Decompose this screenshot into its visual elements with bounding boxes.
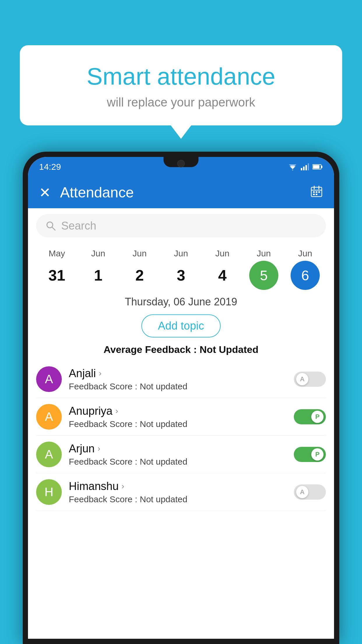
- student-name-text: Anjali: [69, 367, 96, 380]
- battery-icon: [312, 164, 323, 170]
- date-month-label: Jun: [298, 249, 312, 258]
- student-info: Anupriya›Feedback Score : Not updated: [69, 405, 294, 429]
- date-strip: May31Jun1Jun2Jun3Jun4Jun5Jun6: [28, 243, 334, 290]
- app-bar: ✕ Attendance: [28, 177, 334, 208]
- feedback-label: Feedback Score :: [69, 419, 140, 429]
- search-bar[interactable]: Search: [36, 214, 326, 237]
- date-column[interactable]: Jun1: [82, 249, 114, 290]
- student-name-text: Himanshu: [69, 480, 119, 493]
- date-column[interactable]: Jun4: [206, 249, 238, 290]
- chevron-right-icon: ›: [115, 406, 118, 416]
- phone-camera: [177, 160, 185, 167]
- search-input[interactable]: Search: [61, 220, 96, 232]
- student-info: Anjali›Feedback Score : Not updated: [69, 367, 294, 391]
- date-number[interactable]: 6: [291, 261, 320, 290]
- speech-bubble: Smart attendance will replace your paper…: [20, 45, 342, 125]
- student-avatar: H: [36, 479, 62, 505]
- svg-rect-9: [313, 165, 319, 169]
- svg-rect-4: [303, 167, 305, 170]
- date-number[interactable]: 2: [125, 261, 154, 290]
- date-number[interactable]: 4: [208, 261, 237, 290]
- feedback-label: Feedback Score :: [69, 382, 140, 391]
- close-button[interactable]: ✕: [39, 184, 51, 201]
- attendance-toggle[interactable]: A: [294, 484, 326, 500]
- search-icon: [45, 220, 56, 231]
- status-time: 14:29: [39, 162, 61, 172]
- student-item: HHimanshu›Feedback Score : Not updatedA: [36, 473, 326, 511]
- feedback-value: Not updated: [140, 419, 187, 429]
- student-list: AAnjali›Feedback Score : Not updatedAAAn…: [28, 360, 334, 511]
- toggle-container[interactable]: P: [294, 447, 326, 462]
- add-topic-button[interactable]: Add topic: [141, 314, 221, 337]
- student-info: Himanshu›Feedback Score : Not updated: [69, 480, 294, 504]
- svg-rect-18: [316, 194, 317, 195]
- speech-bubble-subtitle: will replace your paperwork: [34, 95, 328, 109]
- date-number[interactable]: 31: [42, 261, 71, 290]
- student-item: AAnupriya›Feedback Score : Not updatedP: [36, 398, 326, 436]
- student-item: AAnjali›Feedback Score : Not updatedA: [36, 360, 326, 398]
- date-month-label: Jun: [174, 249, 188, 258]
- toggle-knob: A: [296, 486, 308, 498]
- student-avatar: A: [36, 366, 62, 392]
- student-item: AArjun›Feedback Score : Not updatedP: [36, 436, 326, 473]
- toggle-container[interactable]: A: [294, 372, 326, 387]
- status-icons: [288, 163, 323, 170]
- date-month-label: Jun: [215, 249, 229, 258]
- app-bar-title: Attendance: [60, 184, 310, 201]
- svg-rect-14: [313, 191, 315, 193]
- selected-date-label: Thursday, 06 June 2019: [28, 296, 334, 308]
- date-column[interactable]: Jun3: [165, 249, 197, 290]
- wifi-icon: [288, 163, 297, 170]
- attendance-toggle[interactable]: A: [294, 372, 326, 387]
- toggle-container[interactable]: P: [294, 409, 326, 424]
- date-month-label: Jun: [257, 249, 271, 258]
- svg-rect-3: [301, 168, 302, 170]
- chevron-right-icon: ›: [122, 482, 124, 491]
- student-info: Arjun›Feedback Score : Not updated: [69, 442, 294, 467]
- toggle-knob: P: [311, 411, 324, 423]
- svg-rect-5: [305, 165, 307, 170]
- svg-rect-15: [316, 191, 317, 193]
- student-avatar: A: [36, 442, 62, 467]
- attendance-toggle[interactable]: P: [294, 409, 326, 424]
- date-month-label: Jun: [133, 249, 147, 258]
- calendar-icon[interactable]: [310, 185, 323, 200]
- date-month-label: May: [49, 249, 65, 258]
- avg-feedback: Average Feedback : Not Updated: [28, 344, 334, 355]
- svg-rect-17: [313, 194, 315, 195]
- date-number[interactable]: 3: [166, 261, 196, 290]
- phone-frame: 14:29: [23, 152, 339, 644]
- attendance-toggle[interactable]: P: [294, 447, 326, 462]
- date-month-label: Jun: [91, 249, 105, 258]
- signal-icon: [301, 163, 309, 170]
- toggle-knob: P: [311, 448, 324, 461]
- date-number[interactable]: 1: [84, 261, 113, 290]
- toggle-container[interactable]: A: [294, 484, 326, 500]
- feedback-label: Feedback Score :: [69, 494, 140, 504]
- svg-marker-2: [292, 170, 293, 170]
- chevron-right-icon: ›: [98, 444, 100, 453]
- feedback-label: Feedback Score :: [69, 457, 140, 466]
- date-column[interactable]: May31: [41, 249, 73, 290]
- feedback-value: Not updated: [140, 494, 187, 504]
- date-column[interactable]: Jun5: [248, 249, 280, 290]
- feedback-value: Not updated: [140, 382, 187, 391]
- feedback-value: Not updated: [140, 457, 187, 466]
- svg-rect-8: [321, 166, 322, 168]
- toggle-knob: A: [296, 373, 308, 385]
- student-avatar: A: [36, 404, 62, 430]
- phone-screen: 14:29: [28, 157, 334, 639]
- svg-line-20: [52, 227, 55, 230]
- date-column[interactable]: Jun2: [124, 249, 156, 290]
- date-number[interactable]: 5: [249, 261, 278, 290]
- speech-bubble-title: Smart attendance: [34, 63, 328, 90]
- svg-marker-1: [289, 164, 296, 167]
- student-name-text: Anupriya: [69, 405, 113, 417]
- date-column[interactable]: Jun6: [289, 249, 321, 290]
- svg-rect-6: [308, 163, 309, 170]
- student-name-text: Arjun: [69, 442, 95, 455]
- svg-rect-16: [318, 191, 320, 193]
- chevron-right-icon: ›: [99, 369, 101, 378]
